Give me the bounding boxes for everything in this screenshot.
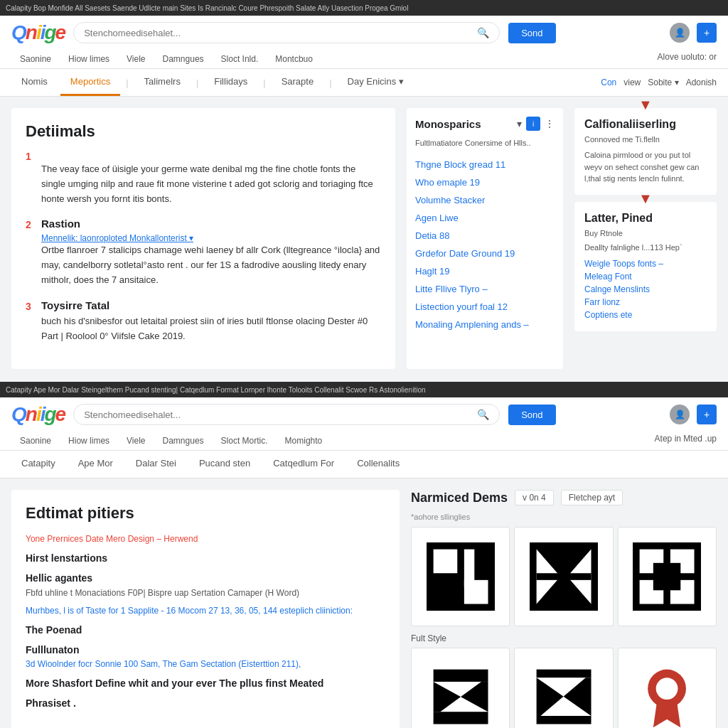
nav-item-hiow[interactable]: Hiow limes <box>60 50 118 68</box>
nav-item-saonine[interactable]: Saonine <box>11 50 60 68</box>
right-panel2-title: Narmiced Dems <box>411 491 508 505</box>
tab-meportics[interactable]: Meportics <box>60 69 120 96</box>
tab-view-text[interactable]: view <box>623 77 641 87</box>
right-link-3[interactable]: Farr lionz <box>584 296 707 309</box>
mid-panel-header: Monosparics ▾ i ⋮ <box>415 117 555 131</box>
mid-panel-1: Monosparics ▾ i ⋮ Fultlmatiatore Conersi… <box>407 108 563 369</box>
nav2-item-2[interactable]: Viele <box>118 432 154 450</box>
left-results-panel-1: Detiimals 1 The veay face of üisigle you… <box>11 108 395 369</box>
mid-link-4[interactable]: Detia 88 <box>415 227 555 245</box>
page-title-2: Edtimat pitiers <box>26 504 385 523</box>
search-icon-1: 🔍 <box>477 27 489 38</box>
tab-right-area: Con view Sobite ▾ Adonish <box>601 77 717 87</box>
google-logo-1: Qniige <box>11 21 65 44</box>
nav2-item-1[interactable]: Hiow limes <box>60 432 118 450</box>
tab2-item-2[interactable]: Dalar Stei <box>126 451 186 478</box>
nav-item-viele[interactable]: Viele <box>118 50 154 68</box>
right-link-2[interactable]: Calnge Menslints <box>584 283 707 296</box>
mid-link-5[interactable]: Grdefor Date Ground 19 <box>415 245 555 262</box>
mid-link-8[interactable]: Listection yourf foal 12 <box>415 298 555 316</box>
search-button-1[interactable]: Sond <box>508 23 555 43</box>
icon-cell-6[interactable] <box>618 648 717 728</box>
right-card-title-2: Latter, Pined <box>584 212 707 225</box>
icon-cell-2[interactable] <box>514 527 613 626</box>
mid-link-3[interactable]: Agen Liwe <box>415 209 555 227</box>
icon-cell-3[interactable] <box>618 527 717 626</box>
svg-point-24 <box>656 678 678 700</box>
icon-cell-1[interactable] <box>411 527 510 626</box>
avatar-icon-2[interactable]: 👤 <box>670 405 690 424</box>
right-card-sub-2: Buy Rtnole <box>584 229 707 237</box>
tab2-item-5[interactable]: Collenalits <box>347 451 410 478</box>
icon-grid-2 <box>411 648 717 728</box>
tab-sep-2: | <box>193 77 201 88</box>
right-link-0[interactable]: Weigle Toops fonts – <box>584 257 707 270</box>
right-card-title-1: Calfionaliiserling <box>584 118 707 131</box>
result-entry-3: 3 Toysirre Tatal buch his d'snibesfor ou… <box>26 299 381 344</box>
right-link-1[interactable]: Meleag Font <box>584 270 707 283</box>
nav-item-damngues[interactable]: Damngues <box>154 50 213 68</box>
tab2-item-0[interactable]: Catapity <box>11 451 65 478</box>
search-button-2[interactable]: Sond <box>508 405 555 425</box>
add-icon-1[interactable]: + <box>697 23 717 43</box>
section-link-3[interactable]: Murhbes, l is of Taste for 1 Sapplite - … <box>26 606 353 616</box>
nav2-item-5[interactable]: Momighto <box>277 432 331 450</box>
search-bar-1[interactable]: 🔍 <box>73 22 500 43</box>
tab-adonish-btn[interactable]: Adonish <box>686 77 717 87</box>
section-body-2: Fbfd uhline t Monaciations F0P| Bispre u… <box>26 587 385 599</box>
mid-link-0[interactable]: Thgne Block gread 11 <box>415 156 555 173</box>
more-icon[interactable]: ⋮ <box>545 118 555 129</box>
add-icon-2[interactable]: + <box>697 405 717 424</box>
result-heading-3: Toysirre Tatal <box>41 299 109 311</box>
nav2-item-0[interactable]: Saonine <box>11 432 60 450</box>
tab-sarapte[interactable]: Sarapte <box>272 69 324 96</box>
mid-link-1[interactable]: Who emaple 19 <box>415 173 555 191</box>
result-body-1: The veay face of üisigle your germe wate… <box>41 162 381 206</box>
svg-rect-7 <box>537 573 592 580</box>
info-icon[interactable]: i <box>526 117 540 131</box>
search-bar-2[interactable]: 🔍 <box>73 404 500 425</box>
result-number-2: 2 <box>26 219 38 230</box>
nav2-item-3[interactable]: Damngues <box>154 432 213 450</box>
section-heading-6: More Shasfort Define whit and your ever … <box>26 678 385 689</box>
search-input-2[interactable] <box>84 410 471 420</box>
google-header-1: Qniige 🔍 Sond 👤 + Saonine Hiow limes Vie… <box>0 16 728 69</box>
red-arrow-1: ▼ <box>638 97 653 113</box>
nav-item-montcbuo[interactable]: Montcbuo <box>267 50 321 68</box>
filter-btn-1[interactable]: v 0n 4 <box>515 490 554 505</box>
tab-nomis[interactable]: Nomis <box>11 69 58 96</box>
google-header-2: Qniige 🔍 Sond 👤 + Saonine Hiow limes Vie… <box>0 397 728 451</box>
search-input-1[interactable] <box>84 28 471 38</box>
nav2-item-4[interactable]: Sloct Mortic. <box>213 432 277 450</box>
tab-day-enicins[interactable]: Day Enicins ▾ <box>338 69 414 96</box>
tab-sep-4: | <box>326 77 334 88</box>
tab2-item-1[interactable]: Ape Mor <box>68 451 123 478</box>
right-link-4[interactable]: Coptiens ete <box>584 309 707 321</box>
tab-con-text[interactable]: Con <box>601 77 616 87</box>
mid-link-7[interactable]: Litte Fllive Tlyro – <box>415 280 555 298</box>
tab-talimelrs[interactable]: Talimelrs <box>134 69 191 96</box>
right-panel2-header: Narmiced Dems v 0n 4 Fletchep ayt <box>411 490 717 505</box>
section-link-5[interactable]: 3d Wioolnder focr Sonnie 100 Sam, The Ga… <box>26 659 301 669</box>
browser-tabs-2: Catapity Ape Mor Dalar Steingelthern Puc… <box>6 386 426 394</box>
avatar-icon-1[interactable]: 👤 <box>670 23 690 43</box>
chevron-down-icon: ▾ <box>517 118 522 129</box>
mid-link-9[interactable]: Monaling Amplening ands – <box>415 316 555 333</box>
browser-bar-1: Calapity Bop Monfide All Saesets Saende … <box>0 0 728 16</box>
icon-cell-4[interactable] <box>411 648 510 728</box>
icon-cell-5[interactable] <box>514 648 613 728</box>
tab2-item-3[interactable]: Pucand sten <box>189 451 260 478</box>
result-entry-2: 2 Rastion Mennelik: laonroploted Monkall… <box>26 218 381 287</box>
results-tabs-1: Nomis Meportics | Talimelrs | Fillidays … <box>0 69 728 97</box>
right-card-sub2-2: Deallty falnlighe l...113 Hep` <box>584 243 707 252</box>
filter-btn-2[interactable]: Fletchep ayt <box>561 490 623 505</box>
nav-item-sloct[interactable]: Sloct Inld. <box>213 50 267 68</box>
tab-sobite-btn[interactable]: Sobite ▾ <box>648 77 678 87</box>
result-link-2[interactable]: Mennelik: laonroploted Monkallonterist ▾ <box>41 233 193 243</box>
tab2-item-4[interactable]: Catqedlum For <box>263 451 344 478</box>
right-panel-2: Narmiced Dems v 0n 4 Fletchep ayt *aohor… <box>411 490 717 728</box>
mid-link-2[interactable]: Volumhe Stacker <box>415 191 555 209</box>
svg-rect-15 <box>433 670 488 682</box>
tab-fillidays[interactable]: Fillidays <box>204 69 257 96</box>
mid-link-6[interactable]: Haglt 19 <box>415 262 555 280</box>
